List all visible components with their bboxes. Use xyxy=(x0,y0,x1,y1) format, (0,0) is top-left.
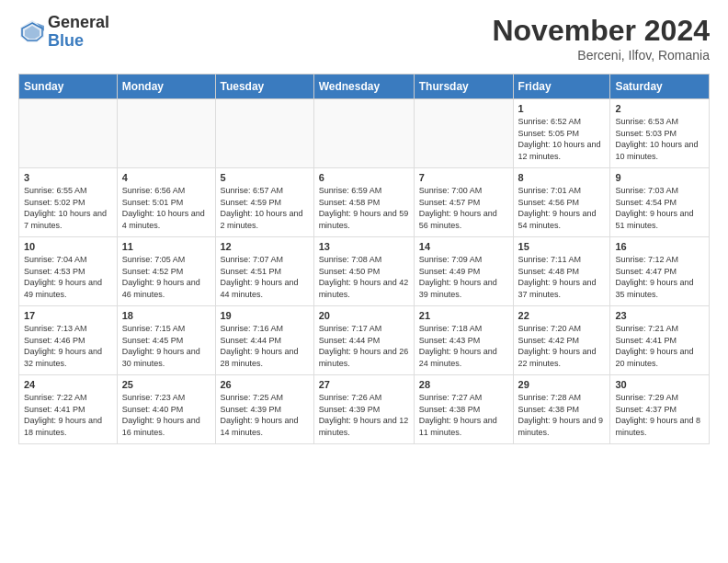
day-cell: 22Sunrise: 7:20 AM Sunset: 4:42 PM Dayli… xyxy=(513,306,610,375)
day-number: 30 xyxy=(615,379,704,390)
header-friday: Friday xyxy=(513,75,610,99)
day-info: Sunrise: 7:00 AM Sunset: 4:57 PM Dayligh… xyxy=(419,185,508,231)
logo-blue: Blue xyxy=(48,32,109,51)
day-info: Sunrise: 7:23 AM Sunset: 4:40 PM Dayligh… xyxy=(122,392,210,438)
day-number: 19 xyxy=(221,310,309,321)
header-wednesday: Wednesday xyxy=(313,75,414,99)
day-info: Sunrise: 7:27 AM Sunset: 4:38 PM Dayligh… xyxy=(419,392,508,438)
day-cell: 3Sunrise: 6:55 AM Sunset: 5:02 PM Daylig… xyxy=(19,168,118,237)
day-info: Sunrise: 6:53 AM Sunset: 5:03 PM Dayligh… xyxy=(615,116,704,162)
day-number: 14 xyxy=(419,241,508,252)
day-info: Sunrise: 6:57 AM Sunset: 4:59 PM Dayligh… xyxy=(221,185,309,231)
day-number: 16 xyxy=(615,241,704,252)
day-cell: 23Sunrise: 7:21 AM Sunset: 4:41 PM Dayli… xyxy=(610,306,710,375)
day-number: 26 xyxy=(221,379,309,390)
day-info: Sunrise: 7:20 AM Sunset: 4:42 PM Dayligh… xyxy=(518,323,606,369)
header-row: Sunday Monday Tuesday Wednesday Thursday… xyxy=(19,75,710,99)
day-cell: 21Sunrise: 7:18 AM Sunset: 4:43 PM Dayli… xyxy=(414,306,513,375)
day-number: 20 xyxy=(319,310,409,321)
header: General Blue November 2024 Berceni, Ilfo… xyxy=(18,14,710,63)
day-cell: 7Sunrise: 7:00 AM Sunset: 4:57 PM Daylig… xyxy=(414,168,513,237)
header-sunday: Sunday xyxy=(19,75,118,99)
day-info: Sunrise: 7:13 AM Sunset: 4:46 PM Dayligh… xyxy=(24,323,112,369)
day-number: 25 xyxy=(122,379,210,390)
day-info: Sunrise: 7:07 AM Sunset: 4:51 PM Dayligh… xyxy=(221,254,309,300)
day-number: 6 xyxy=(319,172,409,183)
day-number: 24 xyxy=(24,379,112,390)
day-info: Sunrise: 6:59 AM Sunset: 4:58 PM Dayligh… xyxy=(319,185,409,231)
day-cell: 15Sunrise: 7:11 AM Sunset: 4:48 PM Dayli… xyxy=(513,237,610,306)
day-cell: 10Sunrise: 7:04 AM Sunset: 4:53 PM Dayli… xyxy=(19,237,118,306)
day-cell: 1Sunrise: 6:52 AM Sunset: 5:05 PM Daylig… xyxy=(513,99,610,168)
day-cell: 14Sunrise: 7:09 AM Sunset: 4:49 PM Dayli… xyxy=(414,237,513,306)
day-cell xyxy=(313,99,414,168)
day-number: 27 xyxy=(319,379,409,390)
day-number: 8 xyxy=(518,172,606,183)
day-cell: 5Sunrise: 6:57 AM Sunset: 4:59 PM Daylig… xyxy=(215,168,313,237)
day-number: 4 xyxy=(122,172,210,183)
day-info: Sunrise: 6:52 AM Sunset: 5:05 PM Dayligh… xyxy=(518,116,606,162)
day-info: Sunrise: 6:56 AM Sunset: 5:01 PM Dayligh… xyxy=(122,185,210,231)
day-number: 17 xyxy=(24,310,112,321)
day-info: Sunrise: 7:16 AM Sunset: 4:44 PM Dayligh… xyxy=(221,323,309,369)
day-cell: 26Sunrise: 7:25 AM Sunset: 4:39 PM Dayli… xyxy=(215,375,313,444)
week-row-1: 3Sunrise: 6:55 AM Sunset: 5:02 PM Daylig… xyxy=(19,168,710,237)
week-row-2: 10Sunrise: 7:04 AM Sunset: 4:53 PM Dayli… xyxy=(19,237,710,306)
day-cell: 19Sunrise: 7:16 AM Sunset: 4:44 PM Dayli… xyxy=(215,306,313,375)
day-info: Sunrise: 7:09 AM Sunset: 4:49 PM Dayligh… xyxy=(419,254,508,300)
day-number: 29 xyxy=(518,379,606,390)
day-cell: 4Sunrise: 6:56 AM Sunset: 5:01 PM Daylig… xyxy=(117,168,215,237)
day-cell xyxy=(215,99,313,168)
day-number: 10 xyxy=(24,241,112,252)
day-cell: 30Sunrise: 7:29 AM Sunset: 4:37 PM Dayli… xyxy=(610,375,710,444)
day-cell: 16Sunrise: 7:12 AM Sunset: 4:47 PM Dayli… xyxy=(610,237,710,306)
day-cell: 25Sunrise: 7:23 AM Sunset: 4:40 PM Dayli… xyxy=(117,375,215,444)
week-row-0: 1Sunrise: 6:52 AM Sunset: 5:05 PM Daylig… xyxy=(19,99,710,168)
location: Berceni, Ilfov, Romania xyxy=(492,48,710,63)
day-cell: 27Sunrise: 7:26 AM Sunset: 4:39 PM Dayli… xyxy=(313,375,414,444)
day-cell xyxy=(19,99,118,168)
day-number: 13 xyxy=(319,241,409,252)
day-number: 9 xyxy=(615,172,704,183)
day-number: 28 xyxy=(419,379,508,390)
day-cell: 24Sunrise: 7:22 AM Sunset: 4:41 PM Dayli… xyxy=(19,375,118,444)
day-info: Sunrise: 7:18 AM Sunset: 4:43 PM Dayligh… xyxy=(419,323,508,369)
day-cell: 17Sunrise: 7:13 AM Sunset: 4:46 PM Dayli… xyxy=(19,306,118,375)
day-number: 15 xyxy=(518,241,606,252)
day-cell: 20Sunrise: 7:17 AM Sunset: 4:44 PM Dayli… xyxy=(313,306,414,375)
month-title: November 2024 xyxy=(492,14,710,48)
day-info: Sunrise: 7:01 AM Sunset: 4:56 PM Dayligh… xyxy=(518,185,606,231)
day-cell: 28Sunrise: 7:27 AM Sunset: 4:38 PM Dayli… xyxy=(414,375,513,444)
day-cell xyxy=(117,99,215,168)
header-thursday: Thursday xyxy=(414,75,513,99)
day-cell: 6Sunrise: 6:59 AM Sunset: 4:58 PM Daylig… xyxy=(313,168,414,237)
logo-icon xyxy=(18,18,46,46)
day-cell: 8Sunrise: 7:01 AM Sunset: 4:56 PM Daylig… xyxy=(513,168,610,237)
day-number: 12 xyxy=(221,241,309,252)
calendar-body: 1Sunrise: 6:52 AM Sunset: 5:05 PM Daylig… xyxy=(19,99,710,444)
day-cell xyxy=(414,99,513,168)
logo-general: General xyxy=(48,14,109,32)
day-info: Sunrise: 7:21 AM Sunset: 4:41 PM Dayligh… xyxy=(615,323,704,369)
header-tuesday: Tuesday xyxy=(215,75,313,99)
day-info: Sunrise: 7:17 AM Sunset: 4:44 PM Dayligh… xyxy=(319,323,409,369)
day-info: Sunrise: 7:12 AM Sunset: 4:47 PM Dayligh… xyxy=(615,254,704,300)
day-info: Sunrise: 7:25 AM Sunset: 4:39 PM Dayligh… xyxy=(221,392,309,438)
day-info: Sunrise: 7:22 AM Sunset: 4:41 PM Dayligh… xyxy=(24,392,112,438)
day-cell: 29Sunrise: 7:28 AM Sunset: 4:38 PM Dayli… xyxy=(513,375,610,444)
day-info: Sunrise: 7:03 AM Sunset: 4:54 PM Dayligh… xyxy=(615,185,704,231)
calendar-container: General Blue November 2024 Berceni, Ilfo… xyxy=(0,0,728,454)
day-number: 3 xyxy=(24,172,112,183)
day-number: 22 xyxy=(518,310,606,321)
day-number: 18 xyxy=(122,310,210,321)
day-info: Sunrise: 7:15 AM Sunset: 4:45 PM Dayligh… xyxy=(122,323,210,369)
day-info: Sunrise: 6:55 AM Sunset: 5:02 PM Dayligh… xyxy=(24,185,112,231)
day-cell: 9Sunrise: 7:03 AM Sunset: 4:54 PM Daylig… xyxy=(610,168,710,237)
day-info: Sunrise: 7:04 AM Sunset: 4:53 PM Dayligh… xyxy=(24,254,112,300)
day-cell: 11Sunrise: 7:05 AM Sunset: 4:52 PM Dayli… xyxy=(117,237,215,306)
day-info: Sunrise: 7:28 AM Sunset: 4:38 PM Dayligh… xyxy=(518,392,606,438)
day-info: Sunrise: 7:11 AM Sunset: 4:48 PM Dayligh… xyxy=(518,254,606,300)
week-row-3: 17Sunrise: 7:13 AM Sunset: 4:46 PM Dayli… xyxy=(19,306,710,375)
day-number: 23 xyxy=(615,310,704,321)
day-number: 21 xyxy=(419,310,508,321)
